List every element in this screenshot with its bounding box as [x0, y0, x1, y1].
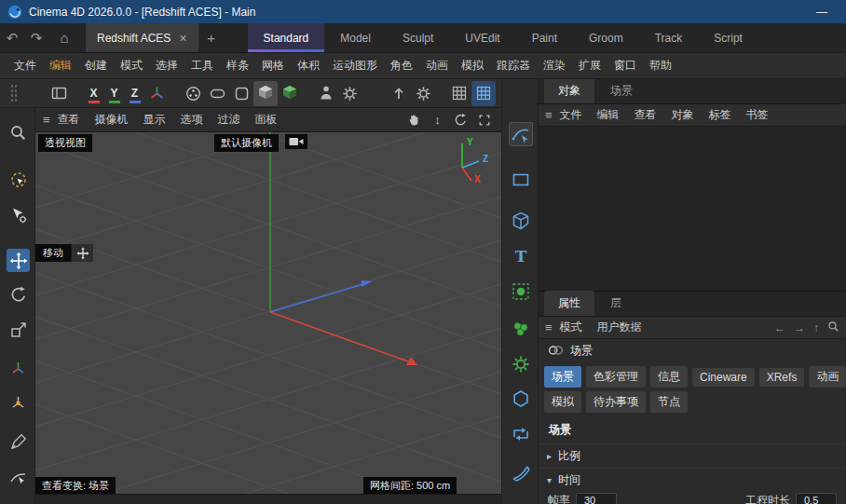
snap-toggle-button[interactable] — [471, 81, 496, 106]
menu-mode[interactable]: 模式 — [114, 58, 149, 74]
om-menu-objects[interactable]: 对象 — [664, 107, 702, 123]
object-manager-menu-icon[interactable]: ≡ — [545, 108, 553, 122]
category-scene[interactable]: 场景 — [544, 366, 581, 388]
forward-button[interactable]: → — [794, 321, 805, 334]
minimize-button[interactable]: — — [805, 6, 839, 19]
polygons-mode-button[interactable] — [229, 81, 253, 106]
sketch-pen-button[interactable] — [7, 466, 30, 489]
duration-value[interactable]: 0.5 — [796, 493, 837, 504]
attr-menu-mode[interactable]: 模式 — [553, 320, 590, 335]
object-list[interactable] — [539, 127, 846, 292]
menu-mesh[interactable]: 网格 — [255, 58, 291, 74]
home-button[interactable]: ⌂ — [52, 23, 76, 52]
camera-name-label[interactable]: 默认摄像机 — [214, 134, 279, 152]
layout-tab-track[interactable]: Track — [639, 23, 699, 52]
viewport-canvas[interactable]: 透视视图 默认摄像机 Y Z X 移动 — [35, 132, 501, 504]
maximize-view-button[interactable] — [476, 112, 492, 128]
category-nodes[interactable]: 节点 — [650, 391, 688, 413]
character-settings-button[interactable] — [338, 81, 362, 106]
x-axis-lock-button[interactable]: X — [84, 82, 104, 104]
om-menu-file[interactable]: 文件 — [553, 107, 590, 123]
category-animation[interactable]: 动画 — [809, 366, 846, 388]
coordinate-system-button[interactable] — [145, 81, 170, 106]
category-xrefs[interactable]: XRefs — [759, 368, 805, 387]
deformer-button[interactable] — [509, 461, 533, 485]
collider-button[interactable] — [509, 387, 533, 411]
settings-button[interactable] — [411, 81, 435, 106]
menu-render[interactable]: 渲染 — [537, 58, 572, 74]
orbit-button[interactable] — [453, 112, 469, 128]
parent-button[interactable]: ↑ — [813, 321, 819, 334]
axis-lock-button[interactable] — [7, 391, 30, 415]
category-simulation[interactable]: 模拟 — [544, 391, 581, 413]
view-name-label[interactable]: 透视视图 — [38, 134, 92, 152]
category-color-management[interactable]: 色彩管理 — [586, 366, 646, 388]
spline-pen-button[interactable] — [509, 122, 533, 146]
pan-hand-button[interactable] — [406, 112, 422, 128]
viewport-layout-button[interactable] — [47, 81, 71, 106]
character-tool-button[interactable] — [314, 81, 338, 106]
simulation-settings-button[interactable] — [509, 352, 533, 376]
dolly-button[interactable]: ↕ — [430, 112, 445, 128]
workplane-grid-button[interactable] — [447, 81, 471, 106]
rotate-tool-button[interactable] — [7, 282, 30, 306]
layout-tab-groom[interactable]: Groom — [573, 23, 639, 52]
menu-help[interactable]: 帮助 — [643, 58, 678, 74]
viewport-menu-cameras[interactable]: 摄像机 — [88, 112, 136, 128]
menu-volume[interactable]: 体积 — [291, 58, 326, 74]
attribute-search-button[interactable] — [827, 320, 839, 335]
fps-value[interactable]: 30 — [576, 493, 617, 504]
category-cineware[interactable]: Cineware — [692, 368, 755, 387]
live-selection-button[interactable] — [7, 168, 30, 191]
texture-mode-button[interactable] — [278, 81, 302, 106]
camera-swap-button[interactable] — [285, 134, 307, 149]
layout-tab-script[interactable]: Script — [698, 23, 758, 52]
model-mode-button[interactable] — [253, 81, 278, 106]
viewport-menu-options[interactable]: 选项 — [173, 112, 211, 128]
menu-edit[interactable]: 编辑 — [43, 58, 78, 74]
category-todo[interactable]: 待办事项 — [586, 391, 646, 413]
connector-button[interactable] — [509, 422, 533, 446]
category-info[interactable]: 信息 — [650, 366, 688, 388]
viewport-menu-icon[interactable]: ≡ — [43, 113, 50, 127]
move-tool-button[interactable] — [7, 249, 30, 272]
up-arrow-button[interactable] — [387, 81, 411, 106]
redo-button[interactable]: ↷ — [24, 23, 48, 52]
attribute-menu-icon[interactable]: ≡ — [545, 320, 553, 334]
menu-select[interactable]: 选择 — [149, 58, 184, 74]
menu-tracker[interactable]: 跟踪器 — [490, 58, 537, 74]
y-axis-lock-button[interactable]: Y — [104, 82, 125, 104]
om-menu-view[interactable]: 查看 — [627, 107, 664, 123]
om-menu-bookmarks[interactable]: 书签 — [739, 107, 776, 123]
layout-tab-uvedit[interactable]: UVEdit — [449, 23, 515, 52]
menu-tools[interactable]: 工具 — [184, 58, 220, 74]
document-tab[interactable]: Redshift ACES × — [86, 23, 199, 52]
menu-spline[interactable]: 样条 — [220, 58, 255, 74]
text-spline-button[interactable]: T — [509, 244, 533, 268]
menu-mograph[interactable]: 运动图形 — [326, 58, 384, 74]
toolbar-grip[interactable] — [10, 84, 18, 102]
viewport-menu-display[interactable]: 显示 — [136, 112, 173, 128]
layout-tab-standard[interactable]: Standard — [248, 23, 325, 52]
attr-menu-userdata[interactable]: 用户数据 — [590, 320, 649, 335]
axis-mode-button[interactable] — [7, 357, 30, 380]
cluster-button[interactable] — [509, 317, 533, 341]
menu-simulate[interactable]: 模拟 — [455, 58, 490, 74]
om-menu-tags[interactable]: 标签 — [702, 107, 739, 123]
axis-gizmo[interactable]: Y Z X — [447, 136, 499, 188]
menu-character[interactable]: 角色 — [384, 58, 419, 74]
scale-tool-button[interactable] — [7, 318, 30, 341]
particle-emitter-button[interactable] — [509, 279, 533, 304]
tab-attributes[interactable]: 属性 — [544, 291, 594, 316]
section-time[interactable]: ▾ 时间 — [539, 468, 846, 492]
selected-object-row[interactable]: 场景 — [539, 339, 846, 361]
menu-file[interactable]: 文件 — [7, 58, 43, 74]
close-tab-icon[interactable]: × — [179, 31, 186, 46]
pen-tool-button[interactable] — [7, 430, 30, 454]
layout-tab-model[interactable]: Model — [324, 23, 387, 52]
edges-mode-button[interactable] — [205, 81, 229, 106]
cube-primitive-button[interactable] — [509, 209, 533, 233]
z-axis-lock-button[interactable]: Z — [125, 82, 145, 104]
menu-window[interactable]: 窗口 — [607, 58, 643, 74]
viewport-menu-panel[interactable]: 面板 — [248, 112, 285, 128]
